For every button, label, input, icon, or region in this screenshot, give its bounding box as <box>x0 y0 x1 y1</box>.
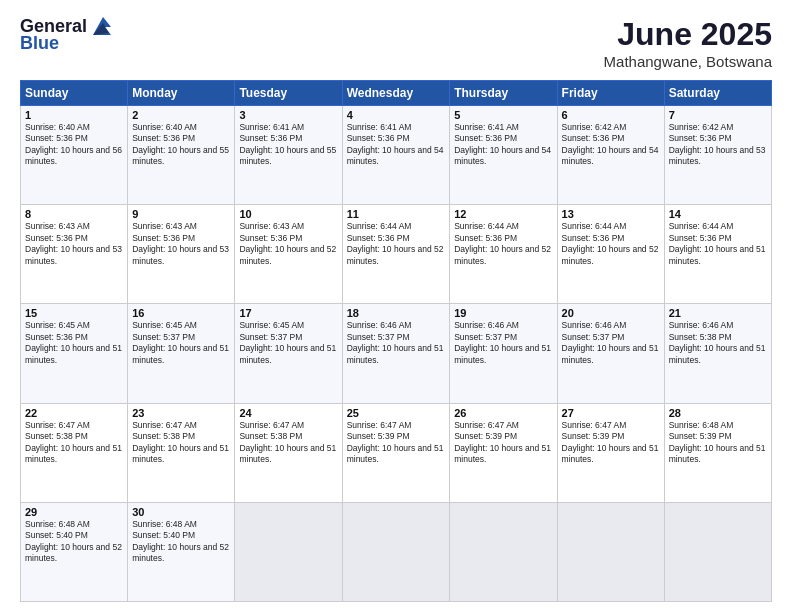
table-row: 25Sunrise: 6:47 AMSunset: 5:39 PMDayligh… <box>342 403 450 502</box>
day-number: 19 <box>454 307 552 319</box>
day-number: 16 <box>132 307 230 319</box>
col-wednesday: Wednesday <box>342 81 450 106</box>
col-thursday: Thursday <box>450 81 557 106</box>
day-number: 22 <box>25 407 123 419</box>
day-content: Sunrise: 6:40 AMSunset: 5:36 PMDaylight:… <box>132 122 230 168</box>
day-number: 1 <box>25 109 123 121</box>
day-content: Sunrise: 6:44 AMSunset: 5:36 PMDaylight:… <box>562 221 660 267</box>
day-number: 30 <box>132 506 230 518</box>
table-row: 2Sunrise: 6:40 AMSunset: 5:36 PMDaylight… <box>128 106 235 205</box>
calendar-table: Sunday Monday Tuesday Wednesday Thursday… <box>20 80 772 602</box>
day-number: 17 <box>239 307 337 319</box>
day-content: Sunrise: 6:44 AMSunset: 5:36 PMDaylight:… <box>347 221 446 267</box>
day-content: Sunrise: 6:41 AMSunset: 5:36 PMDaylight:… <box>347 122 446 168</box>
table-row: 12Sunrise: 6:44 AMSunset: 5:36 PMDayligh… <box>450 205 557 304</box>
calendar-header-row: Sunday Monday Tuesday Wednesday Thursday… <box>21 81 772 106</box>
table-row: 9Sunrise: 6:43 AMSunset: 5:36 PMDaylight… <box>128 205 235 304</box>
logo-blue-text: Blue <box>20 33 59 54</box>
day-number: 18 <box>347 307 446 319</box>
calendar-row: 8Sunrise: 6:43 AMSunset: 5:36 PMDaylight… <box>21 205 772 304</box>
day-number: 29 <box>25 506 123 518</box>
day-number: 13 <box>562 208 660 220</box>
day-content: Sunrise: 6:44 AMSunset: 5:36 PMDaylight:… <box>669 221 767 267</box>
day-content: Sunrise: 6:47 AMSunset: 5:39 PMDaylight:… <box>454 420 552 466</box>
day-content: Sunrise: 6:43 AMSunset: 5:36 PMDaylight:… <box>239 221 337 267</box>
table-row: 27Sunrise: 6:47 AMSunset: 5:39 PMDayligh… <box>557 403 664 502</box>
day-number: 15 <box>25 307 123 319</box>
day-content: Sunrise: 6:46 AMSunset: 5:37 PMDaylight:… <box>562 320 660 366</box>
table-row: 26Sunrise: 6:47 AMSunset: 5:39 PMDayligh… <box>450 403 557 502</box>
day-content: Sunrise: 6:47 AMSunset: 5:38 PMDaylight:… <box>25 420 123 466</box>
table-row: 24Sunrise: 6:47 AMSunset: 5:38 PMDayligh… <box>235 403 342 502</box>
calendar-row: 29Sunrise: 6:48 AMSunset: 5:40 PMDayligh… <box>21 502 772 601</box>
table-row <box>235 502 342 601</box>
table-row <box>342 502 450 601</box>
day-content: Sunrise: 6:42 AMSunset: 5:36 PMDaylight:… <box>669 122 767 168</box>
table-row: 17Sunrise: 6:45 AMSunset: 5:37 PMDayligh… <box>235 304 342 403</box>
table-row: 7Sunrise: 6:42 AMSunset: 5:36 PMDaylight… <box>664 106 771 205</box>
table-row: 5Sunrise: 6:41 AMSunset: 5:36 PMDaylight… <box>450 106 557 205</box>
col-monday: Monday <box>128 81 235 106</box>
day-number: 9 <box>132 208 230 220</box>
day-content: Sunrise: 6:45 AMSunset: 5:36 PMDaylight:… <box>25 320 123 366</box>
table-row: 30Sunrise: 6:48 AMSunset: 5:40 PMDayligh… <box>128 502 235 601</box>
table-row: 19Sunrise: 6:46 AMSunset: 5:37 PMDayligh… <box>450 304 557 403</box>
day-number: 5 <box>454 109 552 121</box>
day-number: 25 <box>347 407 446 419</box>
calendar-row: 15Sunrise: 6:45 AMSunset: 5:36 PMDayligh… <box>21 304 772 403</box>
day-content: Sunrise: 6:48 AMSunset: 5:40 PMDaylight:… <box>25 519 123 565</box>
table-row: 29Sunrise: 6:48 AMSunset: 5:40 PMDayligh… <box>21 502 128 601</box>
table-row: 8Sunrise: 6:43 AMSunset: 5:36 PMDaylight… <box>21 205 128 304</box>
location: Mathangwane, Botswana <box>604 53 772 70</box>
header: General Blue June 2025 Mathangwane, Bots… <box>20 16 772 70</box>
day-number: 20 <box>562 307 660 319</box>
day-number: 26 <box>454 407 552 419</box>
page: General Blue June 2025 Mathangwane, Bots… <box>0 0 792 612</box>
day-content: Sunrise: 6:48 AMSunset: 5:39 PMDaylight:… <box>669 420 767 466</box>
table-row <box>664 502 771 601</box>
calendar-row: 22Sunrise: 6:47 AMSunset: 5:38 PMDayligh… <box>21 403 772 502</box>
day-number: 7 <box>669 109 767 121</box>
title-area: June 2025 Mathangwane, Botswana <box>604 16 772 70</box>
table-row: 4Sunrise: 6:41 AMSunset: 5:36 PMDaylight… <box>342 106 450 205</box>
day-content: Sunrise: 6:46 AMSunset: 5:37 PMDaylight:… <box>454 320 552 366</box>
table-row <box>450 502 557 601</box>
table-row: 15Sunrise: 6:45 AMSunset: 5:36 PMDayligh… <box>21 304 128 403</box>
day-content: Sunrise: 6:46 AMSunset: 5:37 PMDaylight:… <box>347 320 446 366</box>
logo-icon <box>89 17 111 35</box>
day-number: 11 <box>347 208 446 220</box>
table-row: 10Sunrise: 6:43 AMSunset: 5:36 PMDayligh… <box>235 205 342 304</box>
day-content: Sunrise: 6:47 AMSunset: 5:38 PMDaylight:… <box>132 420 230 466</box>
day-content: Sunrise: 6:46 AMSunset: 5:38 PMDaylight:… <box>669 320 767 366</box>
day-number: 27 <box>562 407 660 419</box>
table-row: 28Sunrise: 6:48 AMSunset: 5:39 PMDayligh… <box>664 403 771 502</box>
table-row: 11Sunrise: 6:44 AMSunset: 5:36 PMDayligh… <box>342 205 450 304</box>
day-number: 14 <box>669 208 767 220</box>
month-title: June 2025 <box>604 16 772 53</box>
day-content: Sunrise: 6:47 AMSunset: 5:38 PMDaylight:… <box>239 420 337 466</box>
day-content: Sunrise: 6:41 AMSunset: 5:36 PMDaylight:… <box>454 122 552 168</box>
day-number: 8 <box>25 208 123 220</box>
calendar-row: 1Sunrise: 6:40 AMSunset: 5:36 PMDaylight… <box>21 106 772 205</box>
day-number: 10 <box>239 208 337 220</box>
table-row: 13Sunrise: 6:44 AMSunset: 5:36 PMDayligh… <box>557 205 664 304</box>
table-row <box>557 502 664 601</box>
day-number: 3 <box>239 109 337 121</box>
day-content: Sunrise: 6:41 AMSunset: 5:36 PMDaylight:… <box>239 122 337 168</box>
day-content: Sunrise: 6:47 AMSunset: 5:39 PMDaylight:… <box>347 420 446 466</box>
table-row: 18Sunrise: 6:46 AMSunset: 5:37 PMDayligh… <box>342 304 450 403</box>
day-content: Sunrise: 6:44 AMSunset: 5:36 PMDaylight:… <box>454 221 552 267</box>
day-number: 6 <box>562 109 660 121</box>
col-saturday: Saturday <box>664 81 771 106</box>
table-row: 6Sunrise: 6:42 AMSunset: 5:36 PMDaylight… <box>557 106 664 205</box>
logo: General Blue <box>20 16 111 54</box>
day-content: Sunrise: 6:45 AMSunset: 5:37 PMDaylight:… <box>132 320 230 366</box>
table-row: 20Sunrise: 6:46 AMSunset: 5:37 PMDayligh… <box>557 304 664 403</box>
day-content: Sunrise: 6:40 AMSunset: 5:36 PMDaylight:… <box>25 122 123 168</box>
table-row: 22Sunrise: 6:47 AMSunset: 5:38 PMDayligh… <box>21 403 128 502</box>
table-row: 14Sunrise: 6:44 AMSunset: 5:36 PMDayligh… <box>664 205 771 304</box>
day-number: 2 <box>132 109 230 121</box>
day-content: Sunrise: 6:43 AMSunset: 5:36 PMDaylight:… <box>132 221 230 267</box>
day-number: 28 <box>669 407 767 419</box>
table-row: 23Sunrise: 6:47 AMSunset: 5:38 PMDayligh… <box>128 403 235 502</box>
